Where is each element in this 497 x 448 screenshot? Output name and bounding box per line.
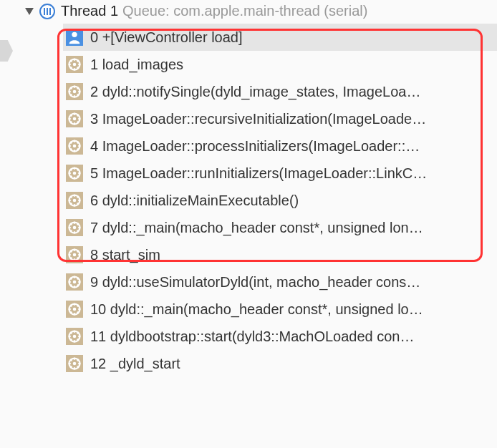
stack-frame-row[interactable]: 0 +[ViewController load]	[63, 24, 497, 51]
stack-frame-label: 7 dyld::_main(macho_header const*, unsig…	[90, 220, 423, 236]
stack-frame-row[interactable]: 4 ImageLoader::processInitializers(Image…	[63, 132, 497, 160]
stack-frame-label: 5 ImageLoader::runInitializers(ImageLoad…	[90, 165, 427, 182]
svg-line-31	[77, 115, 79, 116]
stack-frame-row[interactable]: 11 dyldbootstrap::start(dyld3::MachOLoad…	[63, 323, 497, 350]
svg-line-109	[77, 339, 79, 341]
svg-line-51	[77, 169, 79, 170]
svg-line-70	[70, 230, 72, 232]
stack-frame-label: 1 load_images	[90, 57, 183, 73]
svg-line-91	[77, 278, 79, 279]
thread-title: Thread 1	[61, 3, 118, 19]
svg-line-88	[70, 278, 72, 279]
svg-point-33	[73, 145, 77, 148]
svg-line-118	[70, 359, 72, 361]
svg-point-1	[72, 32, 77, 37]
svg-line-81	[77, 250, 79, 252]
svg-line-61	[77, 196, 79, 198]
system-frame-icon	[66, 192, 83, 209]
svg-line-99	[77, 312, 79, 313]
svg-line-49	[77, 176, 79, 177]
svg-line-68	[70, 223, 72, 225]
user-frame-icon	[66, 29, 83, 46]
svg-line-50	[70, 176, 72, 177]
thread-queue: Queue: com.apple.main-thread (serial)	[122, 3, 367, 19]
svg-line-38	[70, 142, 72, 143]
stack-frame-label: 3 ImageLoader::recursiveInitialization(I…	[90, 111, 426, 127]
svg-line-100	[70, 312, 72, 313]
svg-line-30	[70, 122, 72, 123]
stack-frame-label: 4 ImageLoader::processInitializers(Image…	[90, 138, 420, 155]
svg-line-19	[77, 94, 79, 96]
system-frame-icon	[66, 137, 83, 155]
svg-line-110	[70, 339, 72, 341]
svg-line-10	[70, 67, 72, 69]
thread-header[interactable]: Thread 1 Queue: com.apple.main-thread (s…	[0, 0, 497, 22]
stack-frames-list: 0 +[ViewController load]1 load_images2 d…	[0, 22, 497, 377]
stack-frame-row[interactable]: 2 dyld::notifySingle(dyld_image_states, …	[63, 78, 497, 105]
svg-line-21	[77, 87, 79, 89]
svg-line-108	[70, 332, 72, 333]
svg-line-58	[70, 196, 72, 198]
system-frame-icon	[66, 83, 83, 100]
system-frame-icon	[66, 355, 83, 372]
svg-line-120	[70, 366, 72, 368]
stack-frame-label: 0 +[ViewController load]	[90, 29, 243, 46]
svg-line-90	[70, 285, 72, 286]
svg-line-39	[77, 149, 79, 150]
svg-line-111	[77, 332, 79, 333]
disclosure-triangle-icon[interactable]	[25, 8, 34, 15]
svg-line-119	[77, 366, 79, 368]
stack-frame-row[interactable]: 3 ImageLoader::recursiveInitialization(I…	[63, 105, 497, 132]
stack-frame-label: 11 dyldbootstrap::start(dyld3::MachOLoad…	[90, 328, 414, 345]
stack-frame-row[interactable]: 12 _dyld_start	[63, 350, 497, 377]
system-frame-icon	[66, 246, 83, 263]
svg-line-80	[70, 258, 72, 259]
svg-line-79	[77, 258, 79, 259]
thread-icon	[39, 4, 55, 19]
svg-line-40	[70, 149, 72, 150]
svg-line-89	[77, 285, 79, 286]
system-frame-icon	[66, 219, 83, 236]
svg-point-83	[73, 281, 77, 284]
stack-frame-row[interactable]: 8 start_sim	[63, 241, 497, 268]
svg-point-13	[73, 90, 77, 94]
svg-point-53	[73, 199, 77, 203]
svg-line-8	[70, 60, 72, 62]
system-frame-icon	[66, 165, 83, 182]
svg-line-20	[70, 94, 72, 96]
svg-point-3	[73, 63, 77, 67]
svg-point-103	[73, 335, 77, 339]
svg-line-18	[70, 87, 72, 89]
stack-frame-label: 2 dyld::notifySingle(dyld_image_states, …	[90, 84, 420, 100]
svg-line-78	[70, 250, 72, 252]
stack-frame-row[interactable]: 7 dyld::_main(macho_header const*, unsig…	[63, 214, 497, 241]
svg-point-63	[73, 226, 77, 230]
svg-line-101	[77, 305, 79, 306]
stack-frame-label: 10 dyld::_main(macho_header const*, unsi…	[90, 301, 423, 318]
stack-frame-row[interactable]: 5 ImageLoader::runInitializers(ImageLoad…	[63, 160, 497, 187]
svg-line-98	[70, 305, 72, 306]
svg-point-23	[73, 117, 77, 121]
svg-point-43	[73, 172, 77, 175]
svg-line-60	[70, 203, 72, 205]
system-frame-icon	[66, 301, 83, 318]
svg-point-113	[73, 362, 77, 366]
svg-line-41	[77, 142, 79, 143]
stack-frame-row[interactable]: 10 dyld::_main(macho_header const*, unsi…	[63, 296, 497, 323]
svg-line-48	[70, 169, 72, 170]
stack-frame-label: 9 dyld::useSimulatorDyld(int, macho_head…	[90, 274, 420, 291]
svg-point-73	[73, 253, 77, 257]
stack-frame-row[interactable]: 1 load_images	[63, 51, 497, 78]
svg-line-11	[77, 60, 79, 62]
stack-frame-label: 6 dyld::initializeMainExecutable()	[90, 193, 299, 209]
stack-frame-row[interactable]: 6 dyld::initializeMainExecutable()	[63, 187, 497, 214]
system-frame-icon	[66, 328, 83, 345]
svg-line-29	[77, 122, 79, 123]
svg-line-59	[77, 203, 79, 205]
svg-line-121	[77, 359, 79, 361]
stack-frame-row[interactable]: 9 dyld::useSimulatorDyld(int, macho_head…	[63, 268, 497, 296]
svg-point-93	[73, 308, 77, 311]
svg-line-71	[77, 223, 79, 225]
system-frame-icon	[66, 56, 83, 73]
stack-frame-label: 12 _dyld_start	[90, 356, 180, 372]
